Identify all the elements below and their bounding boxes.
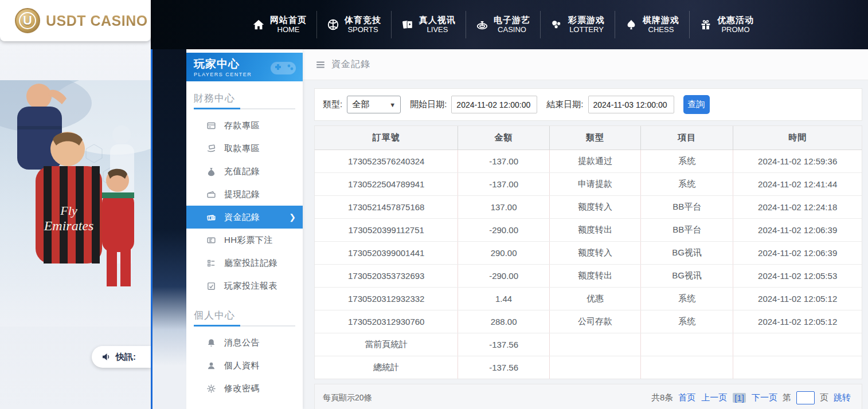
summary-row-total: 總統計-137.56	[315, 356, 862, 379]
current-page: [1]	[733, 393, 746, 403]
finance-menu: 存款專區 取款專區 充值記錄 提現記錄 資金記錄 ❯ HH彩票下注	[186, 109, 303, 298]
top-navigation: 网站首页HOME 体育竞技SPORTS 真人视讯LIVES 电子游艺CASINO…	[151, 0, 868, 49]
promo-banner: Fly Emirates 快訊:	[0, 41, 151, 409]
section-finance-title: 財務中心	[186, 81, 303, 108]
end-date-label: 結束日期:	[546, 99, 583, 110]
jump-link[interactable]: 跳转	[834, 392, 851, 403]
home-icon	[252, 18, 265, 31]
sidebar-item-withdrawal-records[interactable]: 提現記錄	[186, 183, 303, 206]
wallet-icon	[206, 190, 216, 199]
pagination-bar: 每頁顯示20條 共8条 首页 上一页 [1] 下一页 第 页 跳转	[314, 384, 862, 409]
svg-text:Fly: Fly	[60, 203, 77, 218]
sidebar-item-withdraw[interactable]: 取款專區	[186, 137, 303, 160]
col-amount: 金額	[458, 126, 549, 150]
sidebar-item-player-bet-report[interactable]: 玩家投注報表	[186, 274, 303, 297]
withdraw-hand-icon	[206, 144, 216, 154]
gift-icon	[699, 18, 712, 31]
sidebar-item-change-password[interactable]: 修改密碼	[186, 377, 303, 400]
person-icon	[206, 361, 216, 371]
sidebar-item-hh-lottery-bets[interactable]: HH彩票下注	[186, 229, 303, 251]
main-content: 資金記錄 類型: 全部 ▼ 開始日期: 結束日期: 查詢 訂單號 金額 類型 項…	[303, 49, 868, 409]
promo-image: Fly Emirates	[0, 80, 151, 327]
roulette-icon	[476, 18, 488, 31]
hamburger-menu-icon[interactable]	[315, 60, 326, 70]
table-row: 1730521457875168137.00额度转入BB平台2024-11-02…	[315, 195, 862, 218]
pager: 共8条 首页 上一页 [1] 下一页 第 页 跳转	[649, 391, 854, 404]
query-button[interactable]: 查詢	[683, 95, 710, 114]
coin-logo-icon: U	[15, 8, 40, 33]
moneybag-icon	[206, 167, 216, 176]
cards-icon	[401, 18, 414, 31]
page-prefix: 第	[783, 392, 791, 403]
brand-name: USDT CASINO	[46, 13, 148, 29]
table-row: 1730522504789941-137.00申请提款系统2024-11-02 …	[315, 172, 862, 195]
first-page-link[interactable]: 首页	[678, 392, 695, 403]
news-ticker[interactable]: 快訊:	[92, 346, 151, 368]
table-header-row: 訂單號 金額 類型 項目 時間	[315, 126, 862, 150]
gamepad-icon	[268, 57, 298, 80]
player-center-sidebar: 玩家中心 PLAYERS CENTER 財務中心 存款專區 取款專區 充值記錄 …	[186, 49, 303, 409]
page-title: 資金記錄	[331, 58, 370, 70]
divider	[194, 108, 295, 109]
chevron-down-icon: ▼	[389, 101, 396, 108]
report-icon	[206, 281, 216, 291]
bet-list-icon	[206, 258, 216, 268]
bell-icon	[206, 338, 216, 348]
gear-icon	[206, 384, 216, 394]
records-table-card: 訂單號 金額 類型 項目 時間 1730523576240324-137.00提…	[314, 125, 862, 379]
sidebar-item-recharge-records[interactable]: 充值記錄	[186, 160, 303, 183]
sports-ball-icon	[327, 18, 339, 31]
table-row: 1730520399001441290.00额度转入BG视讯2024-11-02…	[315, 241, 862, 264]
nav-item-lottery[interactable]: 彩票游戏LOTTERY	[540, 11, 615, 38]
personal-menu: 消息公告 個人資料 修改密碼	[186, 327, 303, 401]
nav-item-promo[interactable]: 优惠活动PROMO	[689, 11, 764, 38]
table-row: 1730523576240324-137.00提款通过系统2024-11-02 …	[315, 150, 862, 172]
nav-item-home[interactable]: 网站首页HOME	[243, 11, 316, 38]
divider	[194, 325, 295, 327]
prev-page-link[interactable]: 上一页	[701, 392, 727, 403]
start-date-input[interactable]	[451, 96, 537, 113]
nav-item-lives[interactable]: 真人视讯LIVES	[391, 11, 466, 38]
section-agent-title: 代理中心	[186, 401, 303, 409]
breadcrumb: 資金記錄	[303, 49, 868, 80]
ticker-label: 快訊:	[116, 352, 136, 363]
section-personal-title: 個人中心	[186, 298, 303, 325]
type-select[interactable]: 全部 ▼	[347, 96, 401, 113]
sidebar-item-fund-records[interactable]: 資金記錄 ❯	[186, 206, 303, 229]
background-strip	[151, 49, 186, 409]
filter-bar: 類型: 全部 ▼ 開始日期: 結束日期: 查詢	[314, 88, 862, 121]
col-order-no: 訂單號	[315, 126, 458, 150]
sidebar-item-deposit[interactable]: 存款專區	[186, 114, 303, 137]
page-jump-input[interactable]	[796, 391, 815, 404]
type-filter-label: 類型:	[323, 99, 342, 110]
lottery-ticket-icon	[206, 235, 216, 245]
total-count: 共8条	[651, 392, 673, 403]
next-page-link[interactable]: 下一页	[752, 392, 777, 403]
col-type: 類型	[549, 126, 640, 150]
speaker-icon	[101, 352, 111, 362]
type-select-value: 全部	[352, 99, 369, 110]
fund-records-table: 訂單號 金額 類型 項目 時間 1730523576240324-137.00提…	[315, 126, 862, 379]
col-item: 項目	[641, 126, 733, 150]
per-page-label: 每頁顯示20條	[323, 393, 372, 403]
spade-icon	[625, 18, 638, 31]
start-date-label: 開始日期:	[410, 99, 447, 110]
page-suffix: 页	[820, 392, 828, 403]
sidebar-item-profile[interactable]: 個人資料	[186, 354, 303, 377]
sidebar-item-room-bet-records[interactable]: 廳室投註記錄	[186, 251, 303, 274]
nav-item-chess[interactable]: 棋牌游戏CHESS	[615, 11, 689, 38]
table-row: 17305203129323321.44优惠系统2024-11-02 12:05…	[315, 287, 862, 310]
sidebar-item-announcements[interactable]: 消息公告	[186, 331, 303, 354]
table-row: 1730520312930760288.00公司存款系统2024-11-02 1…	[315, 310, 862, 333]
summary-row-current-page: 當前頁統計-137.56	[315, 333, 862, 356]
fund-record-icon	[206, 213, 216, 222]
nav-item-sports[interactable]: 体育竞技SPORTS	[316, 11, 391, 38]
sidebar-header: 玩家中心 PLAYERS CENTER	[186, 53, 303, 81]
end-date-input[interactable]	[588, 96, 674, 113]
table-row: 1730520399112751-290.00额度转出BB平台2024-11-0…	[315, 218, 862, 241]
deposit-card-icon	[206, 121, 216, 131]
chevron-right-icon: ❯	[289, 213, 296, 222]
nav-item-casino[interactable]: 电子游艺CASINO	[466, 11, 540, 38]
brand-logo[interactable]: U USDT CASINO	[0, 0, 151, 41]
lottery-balls-icon	[550, 18, 563, 31]
